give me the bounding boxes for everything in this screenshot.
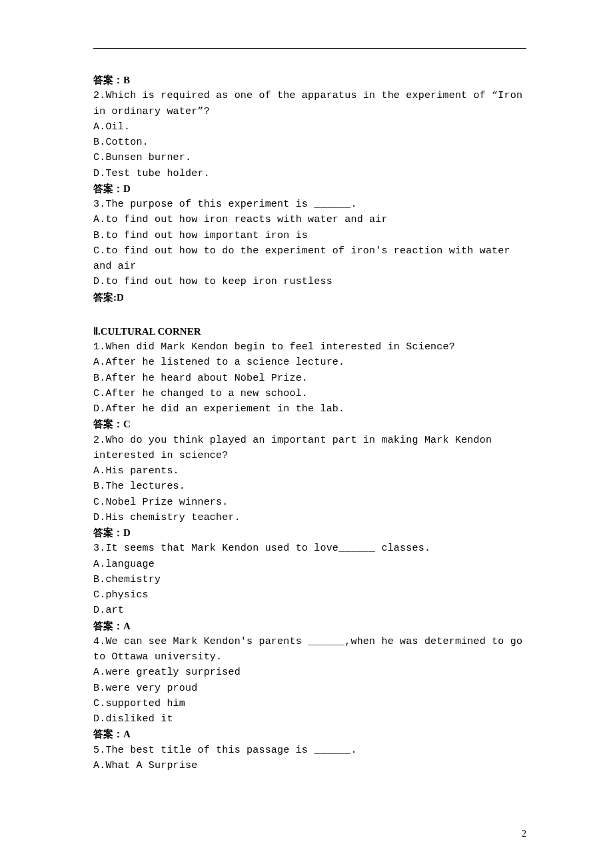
answer-label-prev: 答案：B xyxy=(93,73,526,88)
question-2-answer: 答案：D xyxy=(93,181,526,197)
s2-q4-answer: 答案：A xyxy=(93,727,526,742)
s2-q5-option-a: A.What A Surprise xyxy=(93,758,526,773)
header-rule xyxy=(93,48,526,49)
s2-q2-option-a: A.His parents. xyxy=(93,463,526,479)
question-2-option-a: A.Oil. xyxy=(93,119,526,135)
s2-q5-stem: 5.The best title of this passage is ____… xyxy=(93,743,526,758)
question-3-stem: 3.The purpose of this experiment is ____… xyxy=(93,197,526,212)
s2-q1-stem: 1.When did Mark Kendon begin to feel int… xyxy=(93,339,526,355)
s2-q3-option-b: B.chemistry xyxy=(93,572,526,587)
s2-q2-answer: 答案：D xyxy=(93,525,526,541)
s2-q2-option-b: B.The lectures. xyxy=(93,479,526,494)
question-3-option-c: C.to find out how to do the experiment o… xyxy=(93,243,526,275)
s2-q1-option-c: C.After he changed to a new school. xyxy=(93,386,526,401)
s2-q1-option-a: A.After he listened to a science lecture… xyxy=(93,355,526,370)
question-2-option-b: B.Cotton. xyxy=(93,135,526,150)
question-3-answer: 答案:D xyxy=(93,290,526,305)
s2-q2-option-c: C.Nobel Prize winners. xyxy=(93,495,526,510)
s2-q3-stem: 3.It seems that Mark Kendon used to love… xyxy=(93,541,526,556)
page: 答案：B 2.Which is required as one of the a… xyxy=(0,0,613,868)
s2-q4-option-d: D.disliked it xyxy=(93,711,526,727)
page-number: 2 xyxy=(522,827,526,841)
s2-q4-option-b: B.were very proud xyxy=(93,681,526,696)
s2-q2-option-d: D.His chemistry teacher. xyxy=(93,510,526,525)
question-2-option-d: D.Test tube holder. xyxy=(93,166,526,181)
question-3-option-d: D.to find out how to keep iron rustless xyxy=(93,274,526,289)
s2-q3-option-c: C.physics xyxy=(93,587,526,603)
question-2-option-c: C.Bunsen burner. xyxy=(93,150,526,165)
s2-q3-option-d: D.art xyxy=(93,603,526,618)
question-2-stem: 2.Which is required as one of the appara… xyxy=(93,88,526,119)
s2-q2-stem: 2.Who do you think played an important p… xyxy=(93,433,526,464)
s2-q4-option-c: C.supported him xyxy=(93,696,526,711)
s2-q1-option-d: D.After he did an experiement in the lab… xyxy=(93,401,526,417)
s2-q4-option-a: A.were greatly surprised xyxy=(93,665,526,680)
question-3-option-a: A.to find out how iron reacts with water… xyxy=(93,212,526,227)
section-2-title: Ⅱ.CULTURAL CORNER xyxy=(93,324,526,339)
s2-q4-stem: 4.We can see Mark Kendon's parents _____… xyxy=(93,634,526,665)
s2-q3-answer: 答案：A xyxy=(93,619,526,634)
s2-q1-option-b: B.After he heard about Nobel Prize. xyxy=(93,371,526,386)
s2-q1-answer: 答案：C xyxy=(93,417,526,432)
question-3-option-b: B.to find out how important iron is xyxy=(93,228,526,243)
spacer xyxy=(93,305,526,315)
s2-q3-option-a: A.language xyxy=(93,557,526,572)
